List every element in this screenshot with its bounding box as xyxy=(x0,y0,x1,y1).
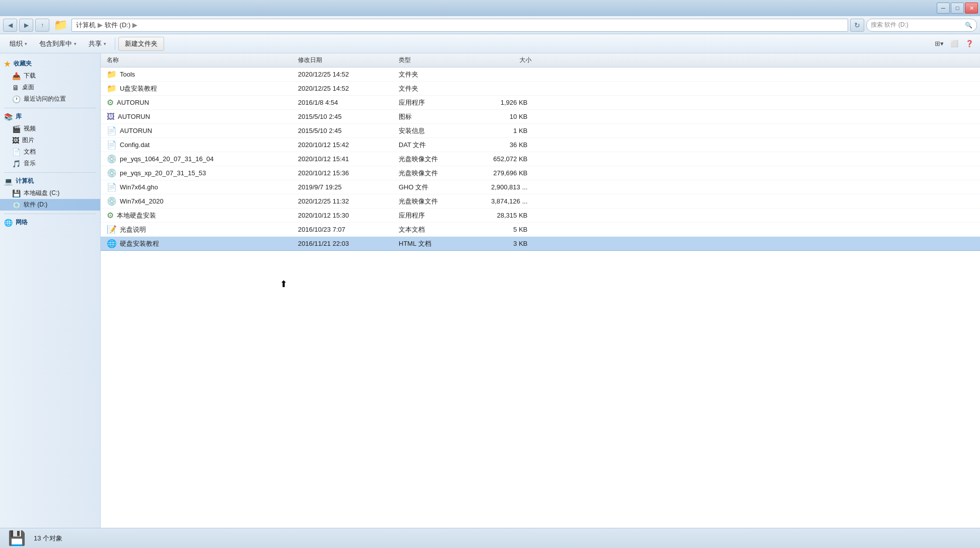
organize-button[interactable]: 组织 ▾ xyxy=(4,37,33,51)
images-icon: 🖼 xyxy=(12,136,19,145)
table-row[interactable]: 🖼 AUTORUN 2015/5/10 2:45 图标 10 KB xyxy=(101,110,980,124)
table-row[interactable]: 💿 Win7x64_2020 2020/12/25 11:32 光盘映像文件 3… xyxy=(101,194,980,209)
include-library-button[interactable]: 包含到库中 ▾ xyxy=(34,37,82,51)
sidebar: ★ 收藏夹 📥 下载 🖥 桌面 🕐 最近访问的位置 📚 库 xyxy=(0,53,101,528)
main-area: ★ 收藏夹 📥 下载 🖥 桌面 🕐 最近访问的位置 📚 库 xyxy=(0,53,980,528)
sidebar-library-header[interactable]: 📚 库 xyxy=(0,110,100,123)
sidebar-library-section: 📚 库 🎬 视频 🖼 图片 📄 文档 🎵 音乐 xyxy=(0,110,100,169)
up-button[interactable]: ↑ xyxy=(35,19,49,32)
table-row[interactable]: 📄 Win7x64.gho 2019/9/7 19:25 GHO 文件 2,90… xyxy=(101,180,980,194)
star-icon: ★ xyxy=(4,60,11,68)
network-icon: 🌐 xyxy=(4,219,13,227)
include-library-label: 包含到库中 xyxy=(39,39,72,48)
downloads-icon: 📥 xyxy=(12,72,21,80)
file-size: 1 KB xyxy=(465,127,536,134)
toolbar: 组织 ▾ 包含到库中 ▾ 共享 ▾ 新建文件夹 ⊞ ▾ ⬜ ❓ xyxy=(0,34,980,53)
file-type: 应用程序 xyxy=(395,98,465,107)
file-date: 2020/10/12 15:36 xyxy=(294,169,395,177)
search-box[interactable]: 搜索 软件 (D:) 🔍 xyxy=(866,19,977,32)
sidebar-item-downloads[interactable]: 📥 下载 xyxy=(0,70,100,82)
sidebar-favorites-header[interactable]: ★ 收藏夹 xyxy=(0,57,100,70)
table-row[interactable]: 💿 pe_yqs_1064_20_07_31_16_04 2020/10/12 … xyxy=(101,152,980,166)
file-icon: 🌐 xyxy=(107,239,117,248)
sidebar-item-images[interactable]: 🖼 图片 xyxy=(0,134,100,146)
downloads-label: 下载 xyxy=(24,72,36,80)
sidebar-item-recent[interactable]: 🕐 最近访问的位置 xyxy=(0,93,100,105)
file-type: GHO 文件 xyxy=(395,183,465,192)
file-size: 1,926 KB xyxy=(465,99,536,106)
file-date: 2020/12/25 14:52 xyxy=(294,85,395,92)
table-row[interactable]: ⚙ AUTORUN 2016/1/8 4:54 应用程序 1,926 KB xyxy=(101,96,980,110)
table-row[interactable]: 📁 U盘安装教程 2020/12/25 14:52 文件夹 xyxy=(101,82,980,96)
close-button[interactable]: ✕ xyxy=(965,3,978,14)
sidebar-item-local-c[interactable]: 💾 本地磁盘 (C:) xyxy=(0,187,100,199)
sidebar-item-desktop[interactable]: 🖥 桌面 xyxy=(0,82,100,93)
file-size: 3 KB xyxy=(465,240,536,247)
preview-pane-button[interactable]: ⬜ xyxy=(948,37,961,50)
table-row[interactable]: 📁 Tools 2020/12/25 14:52 文件夹 xyxy=(101,67,980,82)
table-row[interactable]: 📄 AUTORUN 2015/5/10 2:45 安装信息 1 KB xyxy=(101,124,980,138)
sidebar-network-header[interactable]: 🌐 网络 xyxy=(0,216,100,229)
local-c-icon: 💾 xyxy=(12,189,21,197)
table-row[interactable]: 🌐 硬盘安装教程 2016/11/21 22:03 HTML 文档 3 KB xyxy=(101,237,980,251)
file-name: Win7x64_2020 xyxy=(120,197,164,205)
sidebar-item-software-d[interactable]: 💿 软件 (D:) xyxy=(0,199,100,211)
file-size: 3,874,126 ... xyxy=(465,197,536,205)
file-size: 652,072 KB xyxy=(465,155,536,163)
address-path[interactable]: 计算机 ▶ 软件 (D:) ▶ xyxy=(71,19,848,32)
status-bar: 💾 13 个对象 xyxy=(0,528,980,548)
file-type: 安装信息 xyxy=(395,126,465,135)
new-folder-button[interactable]: 新建文件夹 xyxy=(118,37,164,51)
file-name: AUTORUN xyxy=(120,127,152,134)
file-type: HTML 文档 xyxy=(395,239,465,248)
forward-button[interactable]: ▶ xyxy=(19,19,33,32)
file-date: 2015/5/10 2:45 xyxy=(294,127,395,134)
view-dropdown-arrow: ▾ xyxy=(940,40,944,47)
file-icon: 📁 xyxy=(107,70,117,79)
share-button[interactable]: 共享 ▾ xyxy=(83,37,112,51)
table-row[interactable]: 💿 pe_yqs_xp_20_07_31_15_53 2020/10/12 15… xyxy=(101,166,980,180)
video-icon: 🎬 xyxy=(12,125,21,133)
col-header-size[interactable]: 大小 xyxy=(465,56,536,64)
file-type: 光盘映像文件 xyxy=(395,169,465,178)
video-label: 视频 xyxy=(24,124,36,133)
table-row[interactable]: 📝 光盘说明 2016/10/23 7:07 文本文档 5 KB xyxy=(101,223,980,237)
refresh-button[interactable]: ↻ xyxy=(850,19,864,32)
library-icon: 📚 xyxy=(4,113,13,121)
title-bar: ─ □ ✕ xyxy=(0,0,980,16)
file-name: AUTORUN xyxy=(117,99,149,106)
sidebar-favorites-section: ★ 收藏夹 📥 下载 🖥 桌面 🕐 最近访问的位置 xyxy=(0,57,100,105)
table-row[interactable]: 📄 Config.dat 2020/10/12 15:42 DAT 文件 36 … xyxy=(101,138,980,152)
col-header-date[interactable]: 修改日期 xyxy=(294,56,395,64)
toolbar-right: ⊞ ▾ ⬜ ❓ xyxy=(933,37,976,50)
file-icon: ⚙ xyxy=(107,211,114,220)
file-icon: 📝 xyxy=(107,225,117,234)
file-type: 光盘映像文件 xyxy=(395,197,465,206)
table-row[interactable]: ⚙ 本地硬盘安装 2020/10/12 15:30 应用程序 28,315 KB xyxy=(101,209,980,223)
sidebar-divider-1 xyxy=(4,108,96,108)
maximize-button[interactable]: □ xyxy=(951,3,964,14)
col-header-name[interactable]: 名称 xyxy=(103,56,294,64)
file-date: 2016/10/23 7:07 xyxy=(294,226,395,233)
file-type: 应用程序 xyxy=(395,211,465,220)
file-type: DAT 文件 xyxy=(395,141,465,150)
col-header-type[interactable]: 类型 xyxy=(395,56,465,64)
status-bar-icon: 💾 xyxy=(8,530,26,546)
sidebar-item-docs[interactable]: 📄 文档 xyxy=(0,146,100,158)
sidebar-item-music[interactable]: 🎵 音乐 xyxy=(0,158,100,169)
file-date: 2020/10/12 15:42 xyxy=(294,141,395,149)
minimize-button[interactable]: ─ xyxy=(937,3,950,14)
file-date: 2020/12/25 11:32 xyxy=(294,197,395,205)
library-label: 库 xyxy=(16,112,22,121)
help-button[interactable]: ❓ xyxy=(963,37,976,50)
view-toggle-button[interactable]: ⊞ ▾ xyxy=(933,37,946,50)
file-size: 2,900,813 ... xyxy=(465,183,536,191)
file-name: Config.dat xyxy=(120,141,149,149)
sidebar-computer-header[interactable]: 💻 计算机 xyxy=(0,175,100,187)
status-count: 13 个对象 xyxy=(34,534,62,543)
organize-dropdown-arrow: ▾ xyxy=(25,41,27,46)
computer-icon: 💻 xyxy=(4,177,13,185)
sidebar-item-video[interactable]: 🎬 视频 xyxy=(0,123,100,134)
path-sep-1: ▶ xyxy=(98,21,103,29)
back-button[interactable]: ◀ xyxy=(3,19,17,32)
